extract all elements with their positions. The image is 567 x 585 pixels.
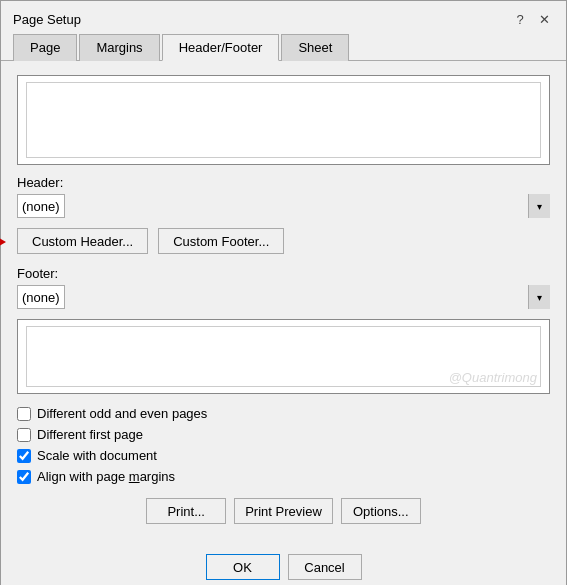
header-preview-inner: [26, 82, 541, 158]
footer-label: Footer:: [17, 266, 550, 281]
page-setup-dialog: Page Setup ? ✕ Page Margins Header/Foote…: [0, 0, 567, 585]
tab-sheet[interactable]: Sheet: [281, 34, 349, 61]
tab-headerfooter[interactable]: Header/Footer: [162, 34, 280, 61]
footer-dropdown-arrow: ▾: [528, 285, 550, 309]
checkbox-first-page-text: Different first page: [37, 427, 143, 442]
tab-page[interactable]: Page: [13, 34, 77, 61]
footer-select-row: (none) ▾: [17, 285, 550, 309]
print-preview-button[interactable]: Print Preview: [234, 498, 333, 524]
checkbox-align-label[interactable]: Align with page margins: [37, 469, 175, 484]
options-button[interactable]: Options...: [341, 498, 421, 524]
checkbox-scale[interactable]: [17, 449, 31, 463]
checkbox-first-page-row: Different first page: [17, 427, 550, 442]
custom-header-button[interactable]: Custom Header...: [17, 228, 148, 254]
arrow-head: [0, 230, 6, 254]
header-dropdown-arrow: ▾: [528, 194, 550, 218]
title-bar: Page Setup ? ✕: [1, 1, 566, 33]
header-label: Header:: [17, 175, 550, 190]
checkbox-first-page[interactable]: [17, 428, 31, 442]
red-arrow: [0, 230, 6, 254]
checkbox-odd-even-text: Different odd and even pages: [37, 406, 207, 421]
footer-dropdown[interactable]: (none): [17, 285, 65, 309]
bottom-buttons-row: Print... Print Preview Options...: [17, 498, 550, 534]
tab-bar: Page Margins Header/Footer Sheet: [1, 33, 566, 61]
checkbox-odd-even-label[interactable]: Different odd and even pages: [37, 406, 207, 421]
checkbox-align-row: Align with page margins: [17, 469, 550, 484]
header-dropdown-wrapper: (none) ▾: [17, 194, 550, 218]
checkbox-odd-even-row: Different odd and even pages: [17, 406, 550, 421]
tab-margins[interactable]: Margins: [79, 34, 159, 61]
dialog-body: Header: (none) ▾ Custom Header... Custom…: [1, 61, 566, 548]
custom-buttons-row: Custom Header... Custom Footer...: [17, 228, 550, 254]
header-select-row: (none) ▾: [17, 194, 550, 218]
dialog-title: Page Setup: [13, 12, 81, 27]
checkbox-scale-text: Scale with document: [37, 448, 157, 463]
checkbox-align[interactable]: [17, 470, 31, 484]
cancel-button[interactable]: Cancel: [288, 554, 362, 580]
print-button[interactable]: Print...: [146, 498, 226, 524]
checkboxes-group: Different odd and even pages Different f…: [17, 406, 550, 484]
custom-footer-button[interactable]: Custom Footer...: [158, 228, 284, 254]
checkbox-align-text: Align with page margins: [37, 469, 175, 484]
header-preview-box: [17, 75, 550, 165]
footer-preview-box: @Quantrimong: [17, 319, 550, 394]
checkbox-scale-label[interactable]: Scale with document: [37, 448, 157, 463]
ok-button[interactable]: OK: [206, 554, 280, 580]
checkbox-odd-even[interactable]: [17, 407, 31, 421]
checkbox-first-page-label[interactable]: Different first page: [37, 427, 143, 442]
ok-cancel-row: OK Cancel: [1, 548, 566, 585]
checkbox-scale-row: Scale with document: [17, 448, 550, 463]
title-bar-controls: ? ✕: [510, 9, 554, 29]
footer-preview-inner: [26, 326, 541, 387]
help-button[interactable]: ?: [510, 9, 530, 29]
footer-dropdown-wrapper: (none) ▾: [17, 285, 550, 309]
header-dropdown[interactable]: (none): [17, 194, 65, 218]
close-button[interactable]: ✕: [534, 9, 554, 29]
